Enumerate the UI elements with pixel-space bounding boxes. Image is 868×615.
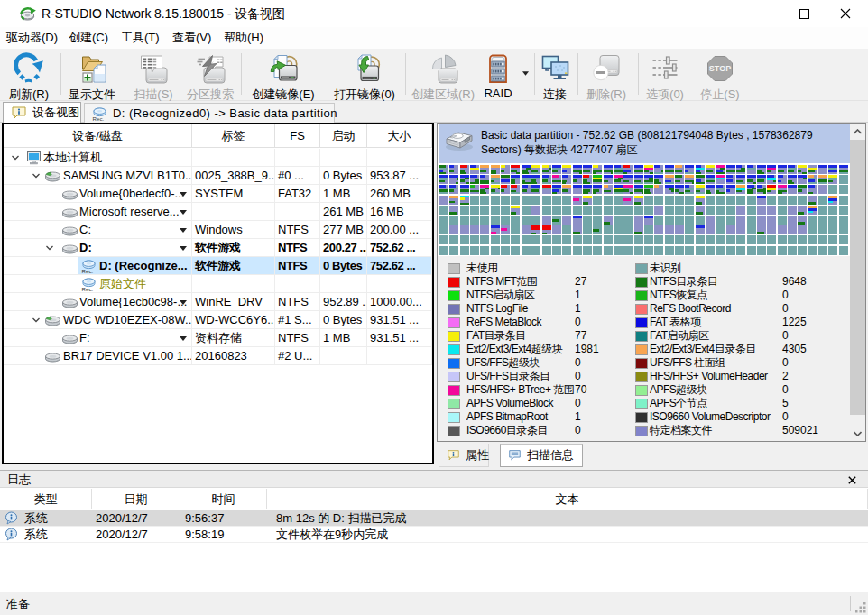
- device-view-icon: [11, 106, 27, 121]
- map-block: [798, 196, 807, 205]
- map-block: [439, 225, 448, 234]
- log-column-header-2[interactable]: 时间: [180, 489, 267, 509]
- map-block: [828, 206, 837, 215]
- map-block: [716, 196, 725, 205]
- map-block: [562, 196, 571, 205]
- tree-cell-fs: NTFS: [275, 239, 320, 257]
- tree-column-header-1[interactable]: 标签: [192, 124, 275, 148]
- menu-item-4[interactable]: 帮助(H): [224, 27, 263, 49]
- map-block: [788, 225, 797, 234]
- tree-cell-size: 752.62 ...: [367, 257, 432, 275]
- map-block: [767, 235, 776, 244]
- tree-row-label: 原始文件: [99, 275, 146, 292]
- map-block: [634, 235, 643, 244]
- tree-column-header-4[interactable]: 大小: [367, 124, 432, 148]
- map-block: [491, 165, 500, 174]
- map-block: [778, 185, 787, 194]
- tab-device-view[interactable]: 设备视图: [3, 102, 81, 123]
- log-close-button[interactable]: [845, 473, 859, 487]
- volume-dropdown-arrow[interactable]: [180, 192, 187, 197]
- tree-cell-device: WDC WD10EZEX-08W...: [4, 311, 192, 329]
- status-bar: 准备: [0, 593, 868, 615]
- map-block: [788, 216, 797, 225]
- tree-row-4[interactable]: C:WindowsNTFS277 MB200.00 ...: [4, 221, 432, 239]
- scrollbar-thumb[interactable]: [850, 140, 865, 415]
- map-block: [747, 246, 756, 255]
- menu-item-3[interactable]: 查看(V): [172, 27, 211, 49]
- volume-dropdown-arrow[interactable]: [180, 228, 187, 233]
- maximize-button[interactable]: [784, 0, 825, 27]
- tree-row-9[interactable]: WDC WD10EZEX-08W...WD-WCC6Y6...#1 S...0 …: [4, 311, 432, 329]
- close-button[interactable]: [825, 0, 865, 27]
- tree-row-10[interactable]: F:资料存储NTFS1 MB931.51 ...: [4, 329, 432, 347]
- map-block: [747, 206, 756, 215]
- raid-dropdown-arrow[interactable]: [522, 65, 531, 74]
- tree-expand-chevron[interactable]: [45, 243, 54, 252]
- tree-row-6[interactable]: Rec.D: (Recognize...软件游戏NTFS0 Bytes752.6…: [4, 257, 432, 275]
- resize-grip[interactable]: [855, 602, 866, 613]
- map-block: [675, 235, 684, 244]
- tree-expand-chevron[interactable]: [32, 316, 41, 325]
- map-block: [460, 225, 469, 234]
- tree-cell-label: 资料存储: [192, 329, 275, 347]
- tree-row-label: F:: [79, 329, 90, 346]
- volume-dropdown-arrow[interactable]: [180, 210, 187, 215]
- legend-count: 1225: [782, 316, 807, 329]
- tree-cell-label: [192, 275, 275, 293]
- tree-row-8[interactable]: Volume{1ecb0c98-...WinRE_DRVNTFS952.89 .…: [4, 293, 432, 311]
- log-row-0[interactable]: 系统2020/12/79:56:378m 12s 的 D: 扫描已完成: [0, 510, 868, 527]
- tree-row-0[interactable]: 本地计算机: [4, 149, 432, 167]
- tree-column-header-2[interactable]: FS: [275, 124, 320, 148]
- scroll-up-button[interactable]: [850, 124, 865, 139]
- right-scrollbar[interactable]: [850, 124, 865, 441]
- tree-expand-chevron[interactable]: [32, 171, 41, 180]
- menu-item-2[interactable]: 工具(T): [121, 27, 160, 49]
- toolbar: 刷新(R)显示文件扫描(S)分区搜索创建镜像(E)打开镜像(0)创建区域(R)R…: [0, 49, 868, 101]
- minimize-button[interactable]: [743, 0, 784, 27]
- bottom-tab-scan-info[interactable]: 扫描信息: [500, 444, 583, 467]
- map-block: [531, 246, 540, 255]
- log-column-header-0[interactable]: 类型: [0, 489, 92, 509]
- toolbar-button-open-image[interactable]: 打开镜像(0): [327, 50, 402, 99]
- tree-row-7[interactable]: Rec.原始文件: [4, 275, 432, 293]
- volume-dropdown-arrow[interactable]: [180, 336, 187, 341]
- map-block: [522, 246, 531, 255]
- log-row-1[interactable]: 系统2020/12/79:58:19文件枚举在9秒内完成: [0, 527, 868, 543]
- tree-expand-chevron[interactable]: [11, 153, 20, 162]
- toolbar-button-create-image[interactable]: 创建镜像(E): [245, 50, 321, 99]
- map-block: [480, 225, 489, 234]
- tree-row-5[interactable]: D:软件游戏NTFS200.27 ...752.62 ...: [4, 239, 432, 257]
- menu-item-1[interactable]: 创建(C): [69, 27, 108, 49]
- map-block: [706, 196, 715, 205]
- legend-count: 0: [782, 356, 789, 370]
- toolbar-button-raid[interactable]: RAID: [477, 50, 519, 99]
- tree-row-2[interactable]: Volume{0bedecf0-...SYSTEMFAT321 MB260 MB: [4, 185, 432, 203]
- menu-item-0[interactable]: 驱动器(D): [6, 27, 58, 49]
- map-block: [604, 216, 613, 225]
- map-block: [491, 196, 500, 205]
- tree-column-header-0[interactable]: 设备/磁盘: [4, 124, 192, 148]
- log-column-header-3[interactable]: 文本: [267, 489, 868, 509]
- bottom-tab-properties[interactable]: 属性: [439, 444, 489, 467]
- toolbar-button-show-files[interactable]: 显示文件: [64, 50, 120, 99]
- toolbar-button-connect[interactable]: 连接: [537, 50, 573, 99]
- map-block: [685, 175, 694, 184]
- scan-block-map[interactable]: [439, 165, 849, 255]
- tree-row-11[interactable]: BR17 DEVICE V1.00 1....20160823#2 U...: [4, 347, 432, 365]
- tree-row-3[interactable]: Microsoft reserve...261 MB16 MB: [4, 203, 432, 221]
- map-block: [685, 216, 694, 225]
- volume-dropdown-arrow[interactable]: [180, 246, 187, 251]
- volume-dropdown-arrow[interactable]: [180, 300, 187, 305]
- scan-partition-header[interactable]: Basic data partition - 752.62 GB (808121…: [439, 124, 850, 163]
- toolbar-button-refresh[interactable]: 刷新(R): [3, 50, 55, 99]
- log-column-header-1[interactable]: 日期: [92, 489, 180, 509]
- tree-column-header-3[interactable]: 启动: [320, 124, 367, 148]
- map-block: [665, 185, 674, 194]
- tree-row-1[interactable]: SAMSUNG MZVLB1T0...0025_388B_9...#0 ...0…: [4, 167, 432, 185]
- map-block: [716, 175, 725, 184]
- tree-cell-size: 931.51 ...: [367, 329, 432, 347]
- map-block: [644, 196, 653, 205]
- tab-recognized-partition[interactable]: Rec.D: (Recognized0) -> Basic data parti…: [84, 103, 335, 123]
- map-block: [593, 235, 602, 244]
- scroll-down-button[interactable]: [850, 426, 865, 441]
